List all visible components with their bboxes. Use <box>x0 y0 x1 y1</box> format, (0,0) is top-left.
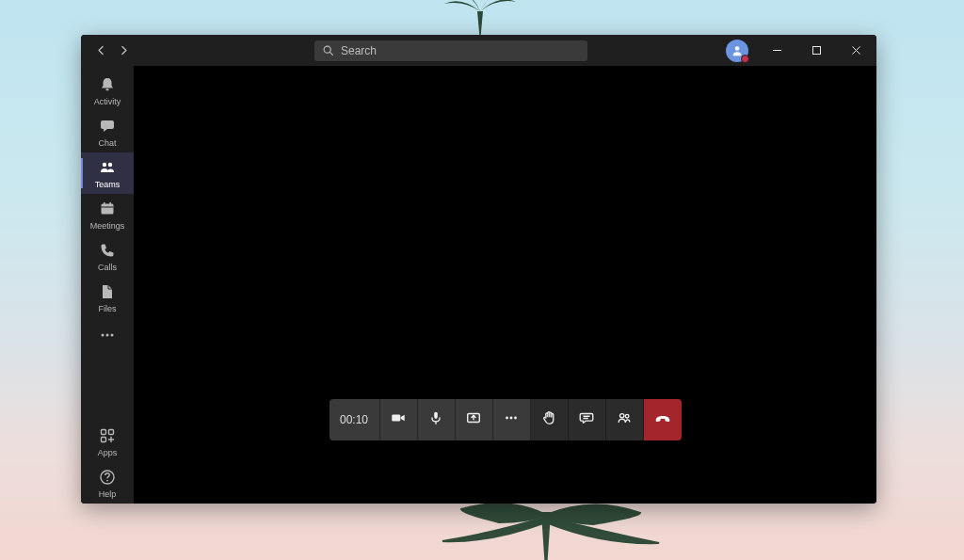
sidebar-item-calls[interactable]: Calls <box>81 235 134 277</box>
svg-rect-8 <box>101 120 114 129</box>
svg-point-17 <box>106 334 109 337</box>
conversation-icon <box>578 409 595 430</box>
svg-point-23 <box>106 479 108 481</box>
show-chat-button[interactable] <box>569 399 606 440</box>
profile-avatar[interactable] <box>726 40 748 62</box>
bell-icon <box>98 75 117 94</box>
sidebar-item-more[interactable] <box>81 318 134 352</box>
sidebar-item-apps[interactable]: Apps <box>81 421 134 462</box>
minimize-button[interactable] <box>760 35 794 66</box>
hangup-icon <box>653 408 672 431</box>
people-icon <box>616 409 633 430</box>
app-sidebar: Activity Chat Teams Meetings <box>81 66 134 504</box>
sidebar-item-label: Calls <box>98 263 117 272</box>
sidebar-item-label: Activity <box>94 97 121 106</box>
search-icon <box>322 44 334 56</box>
sidebar-item-teams[interactable]: Teams <box>81 152 134 194</box>
svg-rect-25 <box>434 412 438 419</box>
svg-rect-4 <box>812 47 820 55</box>
maximize-button[interactable] <box>799 35 833 66</box>
hand-icon <box>540 409 557 430</box>
back-button[interactable] <box>90 40 111 61</box>
sidebar-item-help[interactable]: Help <box>81 462 134 504</box>
svg-point-30 <box>514 417 517 420</box>
svg-rect-20 <box>109 429 114 434</box>
search-placeholder: Search <box>341 44 377 57</box>
mic-icon <box>427 409 444 430</box>
calendar-icon <box>98 200 117 218</box>
camera-icon <box>390 409 407 430</box>
phone-icon <box>98 241 117 260</box>
svg-point-9 <box>103 162 106 166</box>
svg-point-16 <box>102 334 104 337</box>
call-timer-text: 00:10 <box>340 413 368 426</box>
svg-point-33 <box>620 414 624 418</box>
teams-app-window: Search Activity <box>81 35 876 504</box>
sidebar-item-label: Files <box>98 304 116 313</box>
svg-point-2 <box>735 46 740 51</box>
more-actions-button[interactable] <box>493 399 531 440</box>
raise-hand-button[interactable] <box>531 399 569 440</box>
ellipsis-icon <box>503 409 520 430</box>
svg-rect-19 <box>102 429 106 434</box>
search-box[interactable]: Search <box>314 40 587 61</box>
apps-icon <box>98 426 117 445</box>
svg-rect-14 <box>104 201 105 204</box>
file-icon <box>98 282 117 301</box>
presence-badge <box>741 55 749 63</box>
sidebar-item-meetings[interactable]: Meetings <box>81 194 134 235</box>
sidebar-item-label: Help <box>99 489 117 499</box>
show-participants-button[interactable] <box>606 399 644 440</box>
camera-button[interactable] <box>380 399 418 440</box>
wallpaper-palm-bottom <box>405 504 687 560</box>
call-timer: 00:10 <box>329 399 380 440</box>
mic-button[interactable] <box>418 399 456 440</box>
svg-rect-24 <box>392 414 400 421</box>
sidebar-item-chat[interactable]: Chat <box>81 111 134 152</box>
share-screen-icon <box>465 409 482 430</box>
ellipsis-icon <box>98 326 117 344</box>
sidebar-item-activity[interactable]: Activity <box>81 70 134 111</box>
sidebar-item-label: Meetings <box>90 221 125 231</box>
call-toolbar: 00:10 <box>329 399 682 440</box>
svg-point-34 <box>625 414 629 418</box>
svg-point-28 <box>506 417 508 420</box>
svg-rect-7 <box>105 88 108 90</box>
svg-rect-21 <box>102 437 106 441</box>
close-button[interactable] <box>839 35 873 66</box>
svg-point-29 <box>510 417 513 420</box>
svg-point-18 <box>111 334 114 337</box>
svg-point-10 <box>108 162 112 166</box>
teams-icon <box>98 158 117 177</box>
help-icon <box>98 468 117 487</box>
hang-up-button[interactable] <box>644 399 682 440</box>
svg-rect-15 <box>109 201 111 204</box>
titlebar: Search <box>81 35 876 66</box>
sidebar-item-label: Chat <box>98 138 116 148</box>
sidebar-item-label: Teams <box>95 180 120 189</box>
share-button[interactable] <box>456 399 493 440</box>
chat-icon <box>98 117 117 136</box>
svg-line-1 <box>329 52 332 55</box>
sidebar-item-label: Apps <box>98 448 118 457</box>
nav-arrows <box>90 40 134 61</box>
meeting-stage: 00:10 <box>134 66 876 504</box>
sidebar-item-files[interactable]: Files <box>81 277 134 318</box>
forward-button[interactable] <box>113 40 134 61</box>
